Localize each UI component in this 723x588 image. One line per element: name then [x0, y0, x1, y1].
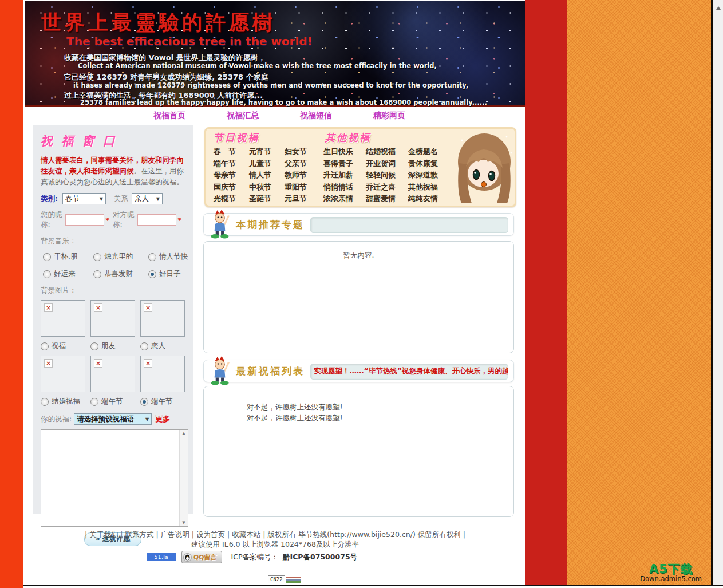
radio-icon[interactable]: [140, 342, 148, 350]
radio-icon[interactable]: [93, 253, 101, 261]
music-option-label[interactable]: 情人节快: [159, 252, 188, 262]
more-link[interactable]: 更多: [155, 414, 170, 424]
image-option[interactable]: 端午节: [140, 397, 190, 407]
holiday-link[interactable]: 春 节: [214, 146, 249, 158]
other-link[interactable]: 轻轻问候: [366, 169, 408, 181]
footer-link-homepage[interactable]: 设为首页: [196, 530, 225, 539]
radio-icon-checked[interactable]: [140, 398, 148, 406]
background-image-placeholder[interactable]: ×: [41, 300, 85, 337]
preset-wish-select[interactable]: 请选择预设祝福语▼: [74, 413, 152, 425]
other-link[interactable]: 甜蜜爱情: [366, 193, 408, 205]
your-nickname-input[interactable]: [65, 214, 104, 226]
other-link[interactable]: 浓浓亲情: [323, 193, 366, 205]
radio-icon-checked[interactable]: [148, 270, 156, 278]
image-option-label[interactable]: 朋友: [101, 341, 116, 351]
holiday-link[interactable]: 国庆节: [214, 181, 249, 194]
music-option-label[interactable]: 烛光里的: [104, 252, 133, 262]
footer-link-ads[interactable]: 广告说明: [161, 530, 189, 539]
music-option[interactable]: 恭喜发财: [93, 269, 148, 279]
background-image-placeholder[interactable]: ×: [90, 356, 135, 392]
recommend-content-box: 暂无内容.: [203, 241, 514, 353]
footer-links: |关于我们|联系方式|广告说明|设为首页|收藏本站|版权所有 毕节热线(http…: [25, 530, 525, 540]
stats-bar: [286, 579, 301, 581]
other-link[interactable]: 生日快乐: [323, 146, 366, 158]
banner-image: 世界上最靈驗的許愿樹 The best efficacious tree in …: [25, 1, 525, 107]
relation-select[interactable]: 亲人▼: [132, 193, 163, 204]
other-link[interactable]: 乔迁之喜: [366, 181, 408, 194]
background-image-placeholder[interactable]: ×: [41, 356, 85, 392]
music-option[interactable]: 烛光里的: [93, 252, 148, 262]
music-option-label[interactable]: 好日子: [159, 269, 181, 279]
cnzz-stats-badge[interactable]: CN22: [268, 575, 301, 583]
holiday-link[interactable]: 情人节: [249, 169, 285, 181]
other-link[interactable]: 金榜题名: [408, 146, 451, 158]
background-image-placeholder[interactable]: ×: [140, 356, 185, 392]
wish-textarea[interactable]: [41, 429, 188, 527]
radio-icon[interactable]: [41, 398, 49, 406]
image-option[interactable]: 朋友: [90, 341, 140, 351]
other-link[interactable]: 悄悄情话: [323, 181, 366, 194]
other-link[interactable]: 深深道歉: [408, 169, 451, 181]
music-option-label[interactable]: 好运来: [54, 269, 76, 279]
category-select[interactable]: 春节▼: [62, 193, 106, 204]
background-image-placeholder[interactable]: ×: [90, 300, 135, 337]
watermark-url: Down.admin5.com: [640, 575, 702, 582]
nav-item-summary[interactable]: 祝福汇总: [227, 111, 259, 121]
other-link[interactable]: 贵体康复: [408, 158, 451, 170]
music-option-label[interactable]: 恭喜发财: [104, 269, 133, 279]
music-option[interactable]: 好日子: [148, 269, 188, 279]
other-link[interactable]: 纯纯友情: [408, 193, 451, 205]
radio-icon[interactable]: [41, 342, 49, 350]
scroll-down-icon[interactable]: ▼: [182, 520, 185, 525]
holiday-link[interactable]: 儿童节: [249, 158, 285, 170]
footer-link-about[interactable]: 关于我们: [89, 530, 118, 539]
music-option[interactable]: 好运来: [43, 269, 93, 279]
nav-item-pages[interactable]: 精彩网页: [373, 111, 405, 121]
scroll-up-icon[interactable]: ▲: [182, 431, 185, 436]
vertical-scrollbar[interactable]: [713, 0, 723, 585]
radio-icon[interactable]: [43, 270, 51, 278]
other-link[interactable]: 开业贺词: [366, 158, 408, 170]
image-option[interactable]: 恋人: [140, 341, 190, 351]
scrollbar-up-arrow-icon[interactable]: [716, 4, 721, 10]
nav-item-home[interactable]: 祝福首页: [153, 111, 185, 121]
holiday-link[interactable]: 母亲节: [214, 169, 249, 181]
music-option-label[interactable]: 干杯,朋: [54, 252, 77, 262]
image-option[interactable]: 结婚祝福: [41, 397, 90, 407]
radio-icon[interactable]: [90, 342, 98, 350]
holiday-link[interactable]: 圣诞节: [249, 193, 285, 205]
recommend-section-header: 本期推荐专题: [203, 213, 514, 236]
counter-badge-51la[interactable]: 51.la: [147, 553, 176, 561]
radio-icon[interactable]: [90, 398, 98, 406]
other-link[interactable]: 喜得贵子: [323, 158, 366, 170]
textarea-scrollbar[interactable]: ▲▼: [179, 430, 188, 526]
image-option-label[interactable]: 恋人: [151, 341, 165, 351]
music-option[interactable]: 情人节快: [148, 252, 188, 262]
their-nickname-input[interactable]: [137, 214, 176, 226]
qq-message-button[interactable]: QQ留言: [181, 551, 222, 563]
holiday-link[interactable]: 光棍节: [214, 193, 249, 205]
other-link[interactable]: 其他祝福: [408, 181, 451, 194]
holiday-link[interactable]: 中秋节: [249, 181, 285, 194]
wish-form-panel: 祝 福 窗 口 情人需要表白，同事需要关怀，朋友和同学向往友谊，亲人和老师渴望问…: [33, 125, 193, 514]
radio-icon[interactable]: [43, 253, 51, 261]
holiday-link[interactable]: 元宵节: [249, 146, 285, 158]
other-link[interactable]: 升迁加薪: [323, 169, 366, 181]
image-option-label[interactable]: 结婚祝福: [52, 397, 80, 407]
background-image-placeholder[interactable]: ×: [140, 300, 185, 337]
image-option-label[interactable]: 祝福: [52, 341, 66, 351]
image-option-label[interactable]: 端午节: [151, 397, 173, 407]
bottom-border: [23, 585, 723, 586]
holiday-link[interactable]: 端午节: [214, 158, 249, 170]
footer-link-favorite[interactable]: 收藏本站: [232, 530, 260, 539]
wish-form-title: 祝 福 窗 口: [41, 133, 185, 149]
nav-item-sms[interactable]: 祝福短信: [300, 111, 332, 121]
footer-link-contact[interactable]: 联系方式: [125, 530, 153, 539]
image-option[interactable]: 祝福: [41, 341, 90, 351]
music-option[interactable]: 干杯,朋: [43, 252, 93, 262]
radio-icon[interactable]: [93, 270, 101, 278]
image-option[interactable]: 端午节: [90, 397, 140, 407]
radio-icon[interactable]: [148, 253, 156, 261]
other-link[interactable]: 结婚祝福: [366, 146, 408, 158]
image-option-label[interactable]: 端午节: [101, 397, 123, 407]
